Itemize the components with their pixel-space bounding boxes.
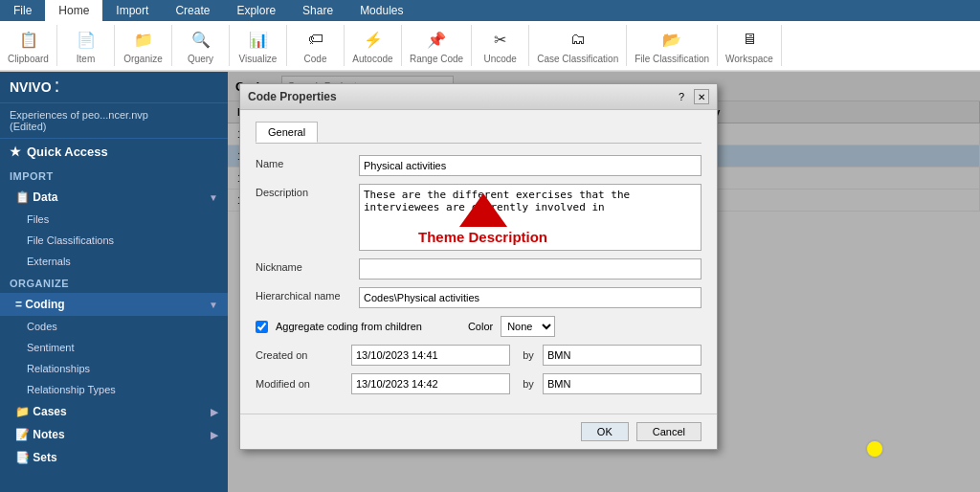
nvivo-dots: ⁚ — [55, 79, 58, 95]
modal-controls: ? ✕ — [679, 89, 709, 104]
range-code-button[interactable]: 📌 — [419, 27, 454, 52]
nvivo-logo: NVIVO ⁚ — [10, 79, 58, 95]
ribbon-group-visualize: 📊 Visualize — [230, 25, 287, 66]
help-label: ? — [679, 91, 684, 102]
sidebar-item-externals[interactable]: Externals — [0, 251, 228, 272]
ribbon-group-range-code: 📌 Range Code — [402, 25, 472, 66]
cases-chevron: ▶ — [211, 407, 218, 417]
modal-overlay: Code Properties ? ✕ General Name — [228, 72, 980, 492]
tab-import[interactable]: Import — [102, 0, 162, 21]
query-button[interactable]: 🔍 — [184, 27, 218, 52]
notes-chevron: ▶ — [211, 430, 218, 440]
modal-title: Code Properties — [248, 90, 337, 103]
nickname-label: Nickname — [256, 258, 351, 273]
cancel-button[interactable]: Cancel — [636, 422, 702, 441]
cases-label: 📁 Cases — [15, 405, 67, 418]
ribbon-group-clipboard: 📋 Clipboard — [0, 25, 57, 66]
visualize-button[interactable]: 📊 — [241, 27, 276, 52]
tab-share[interactable]: Share — [289, 0, 346, 21]
main-layout: NVIVO ⁚ Experiences of peo...ncer.nvp (E… — [0, 72, 980, 492]
form-row-nickname: Nickname — [256, 258, 702, 280]
created-by-input[interactable] — [543, 345, 702, 366]
tab-home[interactable]: Home — [45, 0, 102, 21]
name-input[interactable] — [359, 155, 702, 176]
file-classification-icon: 📂 — [661, 29, 682, 50]
clipboard-icon: 📋 — [18, 29, 39, 50]
range-code-icon: 📌 — [426, 29, 447, 50]
autocode-button[interactable]: ⚡ — [356, 27, 390, 52]
organize-label: Organize — [123, 54, 163, 64]
file-classification-button[interactable]: 📂 — [655, 27, 689, 52]
modified-by-label: by — [514, 378, 543, 390]
ribbon-group-code: 🏷 Code — [287, 25, 345, 66]
sidebar-item-relationships[interactable]: Relationships — [0, 358, 228, 379]
modal-footer: OK Cancel — [240, 414, 717, 449]
uncode-label: Uncode — [483, 54, 516, 64]
relationship-types-label: Relationship Types — [27, 384, 116, 395]
modified-on-label: Modified on — [256, 378, 351, 390]
ribbon-group-case-class: 🗂 Case Classification — [529, 25, 627, 66]
modal-tab-general[interactable]: General — [256, 122, 318, 143]
item-button[interactable]: 📄 — [69, 27, 103, 52]
modal-close-button[interactable]: ✕ — [694, 89, 709, 104]
notes-label: 📝 Notes — [15, 428, 65, 441]
uncode-button[interactable]: ✂ — [483, 27, 518, 52]
sidebar-section-organize: ORGANIZE — [0, 272, 228, 293]
color-label: Color — [468, 321, 493, 332]
color-select[interactable]: None Red Blue Green — [501, 316, 555, 337]
description-textarea[interactable]: These are the different exercises that t… — [359, 184, 702, 251]
tab-modules[interactable]: Modules — [346, 0, 416, 21]
cursor-indicator — [865, 439, 884, 458]
tab-file[interactable]: File — [0, 0, 45, 21]
form-row-hierarchical: Hierarchical name — [256, 287, 702, 308]
hierarchical-name-input[interactable] — [359, 287, 702, 308]
modified-by-input[interactable] — [543, 373, 702, 394]
file-classification-label: File Classification — [635, 54, 709, 64]
range-code-label: Range Code — [410, 54, 463, 64]
workspace-icon: 🖥 — [739, 29, 760, 50]
aggregate-checkbox[interactable] — [256, 321, 268, 333]
code-button[interactable]: 🏷 — [299, 27, 333, 52]
sidebar-item-codes[interactable]: Codes — [0, 316, 228, 337]
sidebar-item-file-classifications[interactable]: File Classifications — [0, 230, 228, 251]
code-icon: 🏷 — [305, 29, 326, 50]
case-classification-label: Case Classification — [537, 54, 618, 64]
modal-body: General Name Description These are the d… — [240, 110, 717, 414]
sidebar-item-coding[interactable]: = Coding ▼ — [0, 293, 228, 316]
sidebar-item-files[interactable]: Files — [0, 209, 228, 230]
sidebar-item-relationship-types[interactable]: Relationship Types — [0, 379, 228, 400]
code-label: Code — [304, 54, 327, 64]
created-on-input[interactable] — [351, 345, 510, 366]
organize-button[interactable]: 📁 — [126, 27, 161, 52]
case-classification-button[interactable]: 🗂 — [561, 27, 595, 52]
workspace-label: Workspace — [725, 54, 773, 64]
ribbon-group-uncode: ✂ Uncode — [472, 25, 529, 66]
tab-explore[interactable]: Explore — [223, 0, 289, 21]
item-label: Item — [77, 54, 95, 64]
form-row-modified: Modified on by — [256, 373, 702, 394]
created-on-label: Created on — [256, 349, 351, 361]
nickname-input[interactable] — [359, 258, 702, 280]
sidebar-item-cases[interactable]: 📁 Cases ▶ — [0, 400, 228, 423]
created-by-label: by — [514, 349, 543, 361]
sentiment-label: Sentiment — [27, 342, 75, 353]
sidebar-item-sentiment[interactable]: Sentiment — [0, 337, 228, 358]
quick-access-label: Quick Access — [27, 145, 108, 159]
content-area: Codes Modified on Modified by 13/10/2023… — [228, 72, 980, 492]
coding-label: = Coding — [15, 298, 65, 311]
modified-on-input[interactable] — [351, 373, 510, 394]
name-label: Name — [256, 155, 351, 169]
quick-access-button[interactable]: ★ Quick Access — [0, 139, 228, 165]
sidebar-item-data[interactable]: 📋 Data ▼ — [0, 186, 228, 209]
workspace-button[interactable]: 🖥 — [732, 27, 767, 52]
form-row-aggregate: Aggregate coding from children Color Non… — [256, 316, 702, 337]
sidebar-item-sets[interactable]: 📑 Sets — [0, 446, 228, 469]
tab-create[interactable]: Create — [162, 0, 223, 21]
uncode-icon: ✂ — [490, 29, 511, 50]
data-chevron: ▼ — [209, 192, 218, 203]
clipboard-button[interactable]: 📋 — [11, 27, 46, 52]
ribbon-tabs: File Home Import Create Explore Share Mo… — [0, 0, 980, 21]
sidebar-item-notes[interactable]: 📝 Notes ▶ — [0, 423, 228, 446]
sidebar: NVIVO ⁚ Experiences of peo...ncer.nvp (E… — [0, 72, 228, 492]
ok-button[interactable]: OK — [581, 422, 629, 441]
